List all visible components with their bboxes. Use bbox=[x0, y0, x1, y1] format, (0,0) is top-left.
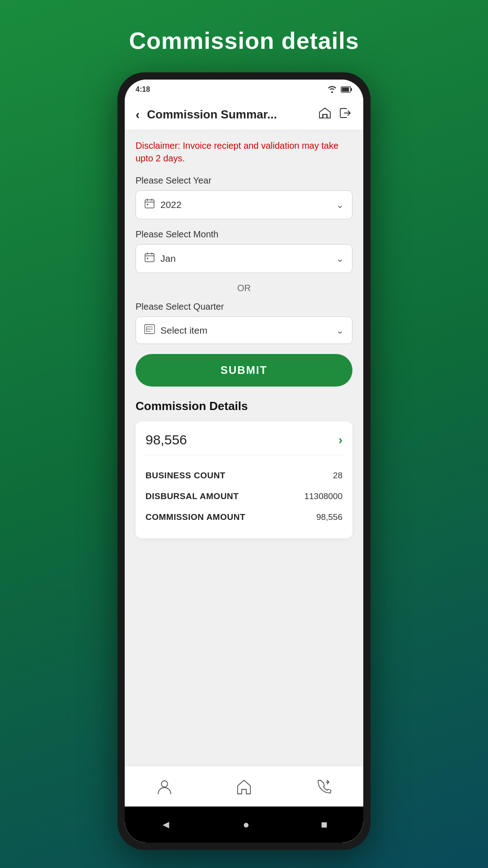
month-label: Please Select Month bbox=[136, 229, 352, 240]
year-label: Please Select Year bbox=[136, 175, 352, 186]
commission-total-amount: 98,556 bbox=[145, 432, 187, 448]
svg-rect-2 bbox=[342, 88, 349, 92]
nav-title: Commission Summar... bbox=[147, 108, 311, 122]
logout-icon[interactable] bbox=[339, 107, 352, 123]
list-icon-quarter bbox=[144, 324, 155, 336]
commission-card: 98,556 › BUSINESS COUNT 28 DISBURSAL AMO… bbox=[136, 421, 352, 538]
year-value: 2022 bbox=[160, 199, 182, 210]
phone-screen: 4:18 ‹ Commission Summar... bbox=[125, 80, 363, 843]
nav-icons bbox=[318, 107, 352, 123]
status-time: 4:18 bbox=[136, 85, 150, 94]
home-nav-icon bbox=[236, 778, 252, 795]
commission-chevron-icon[interactable]: › bbox=[338, 433, 343, 447]
month-dropdown[interactable]: Jan ⌄ bbox=[136, 244, 352, 273]
business-count-label: BUSINESS COUNT bbox=[145, 471, 225, 481]
quarter-value: Select item bbox=[160, 325, 207, 336]
disclaimer-text: Disclaimer: Invoice reciept and validati… bbox=[136, 139, 352, 165]
disbursal-amount-value: 11308000 bbox=[304, 491, 343, 501]
phone-callback-icon bbox=[315, 778, 332, 795]
calendar-icon-year bbox=[144, 198, 155, 212]
phone-device: 4:18 ‹ Commission Summar... bbox=[117, 72, 371, 850]
commission-amount-row-detail: COMMISSION AMOUNT 98,556 bbox=[145, 507, 343, 528]
status-icons bbox=[327, 86, 352, 93]
year-dropdown[interactable]: 2022 ⌄ bbox=[136, 190, 352, 219]
commission-amount-label: COMMISSION AMOUNT bbox=[145, 512, 245, 522]
quarter-chevron-icon: ⌄ bbox=[336, 325, 344, 336]
commission-amount-row[interactable]: 98,556 › bbox=[145, 432, 343, 455]
person-icon bbox=[156, 778, 173, 795]
bottom-nav-profile[interactable] bbox=[156, 778, 173, 795]
year-dropdown-value: 2022 bbox=[144, 198, 182, 212]
quarter-dropdown-value: Select item bbox=[144, 324, 207, 336]
svg-point-19 bbox=[161, 781, 168, 787]
svg-rect-13 bbox=[147, 258, 148, 259]
content-area: Disclaimer: Invoice reciept and validati… bbox=[125, 130, 363, 766]
quarter-dropdown[interactable]: Select item ⌄ bbox=[136, 316, 352, 344]
svg-rect-9 bbox=[145, 254, 154, 262]
svg-rect-1 bbox=[351, 88, 352, 91]
disbursal-amount-label: DISBURSAL AMOUNT bbox=[145, 491, 239, 501]
quarter-label: Please Select Quarter bbox=[136, 302, 352, 312]
business-count-row: BUSINESS COUNT 28 bbox=[145, 465, 343, 486]
back-button[interactable]: ‹ bbox=[136, 108, 140, 122]
svg-rect-8 bbox=[147, 204, 148, 205]
system-home-button[interactable]: ● bbox=[243, 818, 249, 831]
bottom-nav-callback[interactable] bbox=[315, 778, 332, 795]
month-value: Jan bbox=[160, 253, 176, 264]
or-divider: OR bbox=[136, 283, 352, 293]
calendar-icon-month bbox=[144, 252, 155, 265]
status-bar: 4:18 bbox=[125, 80, 363, 99]
system-recent-button[interactable]: ■ bbox=[321, 818, 328, 831]
business-count-value: 28 bbox=[333, 471, 343, 481]
system-back-button[interactable]: ◄ bbox=[160, 818, 171, 831]
battery-icon bbox=[341, 86, 352, 93]
svg-rect-3 bbox=[323, 114, 327, 118]
system-nav: ◄ ● ■ bbox=[125, 807, 363, 843]
bottom-nav bbox=[125, 766, 363, 807]
wifi-icon bbox=[327, 86, 337, 93]
year-chevron-icon: ⌄ bbox=[336, 199, 344, 210]
month-dropdown-value: Jan bbox=[144, 252, 176, 265]
commission-section-title: Commission Details bbox=[136, 399, 352, 413]
bottom-nav-home[interactable] bbox=[236, 778, 252, 795]
home-icon[interactable] bbox=[318, 107, 332, 123]
disbursal-amount-row: DISBURSAL AMOUNT 11308000 bbox=[145, 486, 343, 507]
submit-button[interactable]: SUBMIT bbox=[136, 354, 352, 387]
commission-amount-value: 98,556 bbox=[316, 512, 343, 522]
page-title: Commission details bbox=[129, 27, 359, 54]
nav-bar: ‹ Commission Summar... bbox=[125, 99, 363, 130]
month-chevron-icon: ⌄ bbox=[336, 253, 344, 264]
svg-rect-4 bbox=[145, 200, 154, 208]
